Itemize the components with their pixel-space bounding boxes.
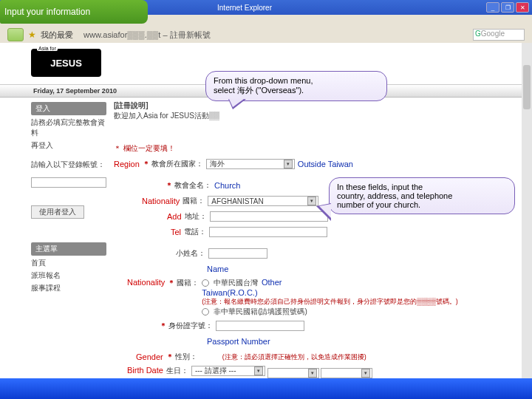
taskbar	[0, 378, 532, 399]
church-label: 教會全名：	[174, 180, 211, 191]
chevron-down-icon: ▾	[361, 369, 370, 378]
nav-courses[interactable]: 服事課程	[31, 283, 106, 293]
nat2-opt1-en: Taiwan(R.O.C.)	[202, 288, 257, 297]
nationality1-en: Nationality	[142, 197, 180, 205]
nat2-opt1-cn: 中華民國台灣	[214, 279, 258, 287]
window-close-button[interactable]: ✕	[516, 2, 529, 13]
url-text: www.asiafor▒▒▒.▒▒t – 註冊新帳號	[83, 30, 211, 41]
gender-en: Gender	[136, 352, 163, 361]
tel-cn: 電話：	[184, 227, 206, 237]
sidebar: 登入 請務必填寫完整教會資料 再登入 請輸入以下登錄帳號： 使用者登入 主選單 …	[0, 98, 109, 378]
addr-en: Add	[167, 212, 182, 221]
main-form: [註冊說明] 歡迎加入Asia for JESUS活動▒▒ ＊ 欄位一定要填！ …	[109, 98, 522, 378]
callout-region: From this drop-down menu, select 海外 ("Ov…	[205, 71, 387, 101]
nat2-radio-other[interactable]	[202, 308, 209, 316]
region-label-en: Region	[114, 160, 140, 168]
id-label: 身份證字號：	[168, 321, 213, 331]
chevron-down-icon: ▾	[308, 369, 317, 378]
site-logo[interactable]: Asia for JESUS	[31, 49, 101, 77]
login-panel-header: 登入	[31, 102, 106, 115]
favorites-label: 我的最愛	[41, 30, 73, 41]
back-button[interactable]	[7, 28, 24, 41]
xiao-input[interactable]	[208, 248, 267, 259]
chevron-down-icon: ▾	[254, 366, 263, 375]
xiao-label: 小姓名：	[176, 248, 205, 259]
addr-input[interactable]	[210, 211, 328, 222]
nat2-en: Nationality	[127, 278, 165, 287]
birth-en: Birth Date	[127, 366, 163, 375]
slide-title: Input your information	[4, 7, 90, 17]
form-section-sub: 歡迎加入Asia for JESUS活動▒▒	[114, 111, 516, 121]
favorite-icon[interactable]: ★	[28, 30, 36, 40]
window-minimize-button[interactable]: _	[486, 2, 499, 13]
callout-church-fields: In these fields, input the country, addr…	[329, 177, 515, 214]
login-note-1: 請務必填寫完整教會資料	[31, 117, 106, 138]
required-note: ＊ 欄位一定要填！	[114, 143, 175, 154]
region-opt-en: Outside Taiwan	[298, 160, 353, 168]
nat2-radio-taiwan[interactable]	[202, 279, 209, 287]
nat2-opt2-en: Other	[262, 278, 282, 287]
name-en: Name	[207, 265, 228, 273]
birth-select-1[interactable]: --- 請選擇 ---▾	[191, 366, 265, 376]
login-username-input[interactable]	[31, 177, 106, 188]
gender-cn: 性別：	[175, 352, 197, 362]
search-input[interactable]: GGoogle	[473, 29, 525, 41]
chevron-down-icon: ▾	[307, 197, 316, 205]
nav-header: 主選單	[31, 242, 106, 256]
nav-home[interactable]: 首頁	[31, 258, 106, 268]
birth-cn: 生日：	[166, 366, 188, 376]
window-maximize-button[interactable]: ❐	[501, 2, 514, 13]
nav-signup[interactable]: 派班報名	[31, 270, 106, 281]
nat2-cn: 國籍：	[177, 278, 199, 288]
gender-note: (注意：請必須選擇正確性別，以免造成作業困擾)	[222, 352, 366, 362]
church-en: Church	[214, 181, 240, 190]
address-bar: ★ 我的最愛 www.asiafor▒▒▒.▒▒t – 註冊新帳號 GGoogl…	[0, 27, 532, 43]
id-input[interactable]	[216, 321, 304, 331]
nationality1-select[interactable]: AFGHANISTAN▾	[208, 196, 318, 206]
passport-en: Passport Number	[207, 337, 270, 346]
region-label-cn: 教會所在國家：	[151, 159, 203, 169]
login-note-2: 再登入	[31, 140, 106, 151]
nat2-note: (注意：報名繳費時您必須自己持身份證明文件報到，身分證字號即是您的▒▒▒▒號碼。…	[202, 298, 458, 305]
tel-input[interactable]	[209, 227, 327, 237]
region-select[interactable]: 海外▾	[206, 159, 295, 169]
slide-header: Input your information	[0, 0, 148, 24]
vertical-scrollbar[interactable]	[522, 43, 532, 378]
form-section-head: [註冊說明]	[114, 100, 516, 111]
login-button[interactable]: 使用者登入	[31, 205, 84, 219]
login-note-3: 請輸入以下登錄帳號：	[31, 160, 106, 170]
scroll-thumb[interactable]	[523, 65, 531, 109]
birth-select-2[interactable]: ▾	[267, 368, 319, 378]
birth-select-3[interactable]: ▾	[321, 368, 372, 378]
chevron-down-icon: ▾	[284, 160, 293, 168]
tel-en: Tel	[171, 228, 181, 236]
nat2-opt2-cn: 非中華民國籍(請填護照號碼)	[214, 307, 307, 316]
nationality1-cn: 國籍：	[183, 196, 205, 206]
addr-cn: 地址：	[185, 211, 207, 222]
